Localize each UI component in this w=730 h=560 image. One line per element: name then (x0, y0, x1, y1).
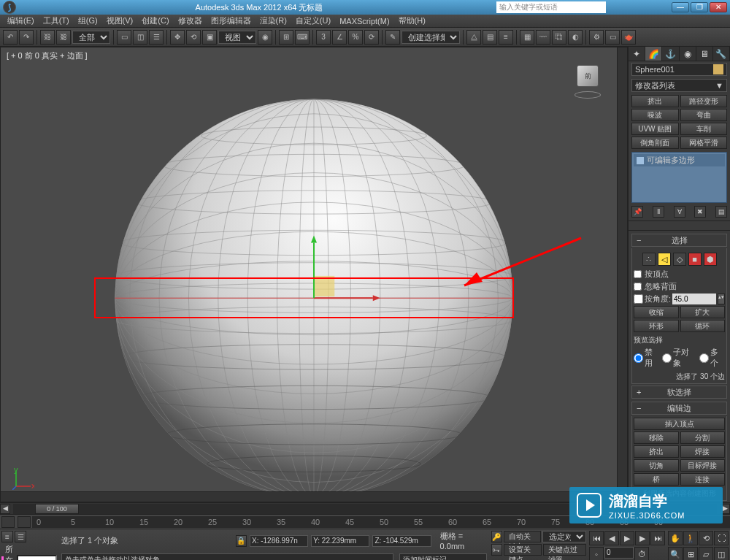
mod-meshsmooth[interactable]: 网格平滑 (680, 137, 728, 149)
select-button[interactable]: ▭ (117, 30, 131, 45)
menu-create[interactable]: 创建(C) (137, 15, 173, 26)
hierarchy-tab[interactable]: ⚓ (662, 47, 679, 61)
viewport-hscroll[interactable] (1, 491, 617, 502)
redo-button[interactable]: ↷ (19, 30, 34, 45)
menu-render[interactable]: 渲染(R) (256, 15, 291, 26)
motion-tab[interactable]: ◉ (680, 47, 696, 61)
angle-spin-up[interactable]: ▴▾ (718, 294, 725, 304)
coord-y[interactable]: Y: 22.239mm (311, 535, 369, 547)
object-name-field[interactable]: Sphere001 (631, 63, 727, 76)
graphite-button[interactable]: ▦ (520, 30, 534, 45)
btn-remove[interactable]: 移除 (634, 431, 679, 444)
select-rect-button[interactable]: ◫ (133, 30, 147, 45)
btn-bridge[interactable]: 桥 (634, 473, 679, 486)
chk-ignoreback[interactable]: 忽略背面 (634, 281, 725, 292)
scale-button[interactable]: ▣ (202, 30, 217, 45)
layer-button[interactable]: ≡ (499, 30, 513, 45)
btn-ring[interactable]: 环形 (634, 320, 679, 332)
rollout-selection[interactable]: −选择 (631, 234, 727, 247)
tag-input[interactable] (17, 555, 57, 561)
anglesnap-button[interactable]: ∠ (332, 30, 347, 45)
undo-button[interactable]: ↶ (3, 30, 18, 45)
minimize-button[interactable]: — (672, 2, 689, 12)
btn-grow[interactable]: 扩大 (680, 306, 726, 318)
btn-split[interactable]: 分割 (680, 431, 726, 444)
keymode-select[interactable]: 选定对象 (542, 531, 586, 542)
refcoord-select[interactable]: 视图 (218, 31, 256, 44)
zoom-all-button[interactable]: ⊞ (683, 547, 698, 560)
menu-maxscript[interactable]: MAXScript(M) (335, 17, 393, 26)
search-input[interactable]: 输入关键字或短语 (496, 1, 606, 13)
selset-select[interactable]: 创建选择集 (402, 31, 460, 44)
snap-button[interactable]: 3 (316, 30, 331, 45)
tag-color[interactable] (1, 556, 4, 561)
object-color-swatch[interactable] (713, 64, 723, 74)
unlink-button[interactable]: ⛓̸ (56, 30, 71, 45)
timeslider-thumb[interactable]: 0 / 100 (35, 504, 79, 514)
prev-frame-button[interactable]: ◀ (604, 531, 619, 545)
link-button[interactable]: ⛓ (40, 30, 55, 45)
render-button[interactable]: 🫖 (621, 30, 636, 45)
current-frame[interactable]: 0 (604, 547, 634, 559)
mod-pathdeform[interactable]: 路径变形 (680, 95, 728, 107)
trackbar-filter[interactable] (18, 516, 31, 528)
menu-grapheditor[interactable]: 图形编辑器 (207, 15, 256, 26)
select-name-button[interactable]: ☰ (149, 30, 164, 45)
chk-byvertex[interactable]: 按顶点 (634, 269, 725, 280)
manip-button[interactable]: ⊞ (279, 30, 293, 45)
modifier-list-dropdown[interactable]: 修改器列表▼ (631, 79, 727, 92)
subobj-vertex[interactable]: ∴ (642, 253, 656, 266)
show-end-button[interactable]: Ⅱ (653, 206, 664, 218)
fov-button[interactable]: ▱ (699, 547, 713, 560)
next-frame-button[interactable]: ▶ (635, 531, 650, 545)
subobj-border[interactable]: ◇ (673, 253, 686, 266)
display-tab[interactable]: 🖥 (696, 47, 713, 61)
keyfilter-button[interactable]: 关键点过滤器 (543, 544, 586, 556)
zoom-button[interactable]: 🔍 (668, 547, 683, 560)
subobj-element[interactable]: ⬢ (704, 253, 717, 266)
menu-edit[interactable]: 编辑(E) (3, 15, 39, 26)
btn-insertvertex[interactable]: 插入顶点 (634, 418, 725, 430)
curve-editor-button[interactable]: 〰 (536, 30, 550, 45)
move-button[interactable]: ✥ (170, 30, 185, 45)
radio-subobj[interactable]: 子对象 (662, 347, 696, 369)
viewport-vscroll[interactable] (617, 47, 627, 491)
lock-button[interactable]: 🔒 (236, 535, 247, 547)
rollout-softsel[interactable]: +软选择 (631, 386, 727, 399)
walk-button[interactable]: 🚶 (683, 531, 698, 545)
mod-lathe[interactable]: 车削 (680, 123, 728, 135)
rollout-editedge[interactable]: −编辑边 (631, 402, 727, 415)
matedit-button[interactable]: ◐ (568, 30, 583, 45)
align-button[interactable]: ▤ (483, 30, 497, 45)
rendersetup-button[interactable]: ⚙ (589, 30, 604, 45)
menu-customize[interactable]: 自定义(U) (291, 15, 335, 26)
btn-chamfer[interactable]: 切角 (634, 459, 679, 472)
menu-view[interactable]: 视图(V) (102, 15, 138, 26)
setkey-button[interactable]: 设置关键点 (504, 544, 542, 556)
mod-extrude[interactable]: 挤出 (631, 95, 679, 107)
angle-spinner[interactable]: 45.0 (672, 294, 716, 304)
btn-targetweld[interactable]: 目标焊接 (680, 459, 726, 472)
modify-tab[interactable]: 🌈 (645, 47, 662, 61)
unique-button[interactable]: ∀ (674, 206, 685, 218)
key-mode-button[interactable]: ◦ (589, 547, 604, 560)
stack-item-editablepoly[interactable]: 可编辑多边形 (634, 154, 725, 166)
renderframe-button[interactable]: ▭ (605, 30, 620, 45)
btn-connect[interactable]: 连接 (680, 473, 726, 486)
coord-z[interactable]: Z: -104.529m (372, 535, 431, 547)
spinsnap-button[interactable]: ⟳ (364, 30, 379, 45)
pivot-button[interactable]: ◉ (258, 30, 272, 45)
create-tab[interactable]: ✦ (629, 47, 645, 61)
chk-byangle[interactable] (634, 294, 643, 304)
orbit-button[interactable]: ⟲ (699, 531, 713, 545)
script-mini-button[interactable]: ≡ (1, 531, 13, 542)
add-time-tag[interactable]: 添加时间标记 (399, 553, 487, 560)
time-config-button[interactable]: ⏱ (634, 547, 649, 560)
goto-end-button[interactable]: ⏭ (650, 531, 665, 545)
pin-stack-button[interactable]: 📌 (631, 206, 643, 218)
setkey-icon[interactable]: 🔑 (491, 531, 502, 542)
mirror-button[interactable]: ⧋ (466, 30, 481, 45)
utility-tab[interactable]: 🔧 (713, 47, 730, 61)
mod-chamferprofile[interactable]: 倒角剖面 (631, 137, 679, 149)
listener-button[interactable]: ☰ (15, 531, 26, 542)
